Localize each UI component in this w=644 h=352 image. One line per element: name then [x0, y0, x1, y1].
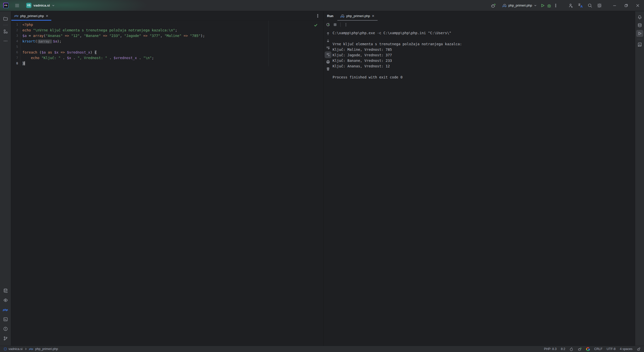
run-tool-window: Run php php_primeri.php ✕ [324, 11, 635, 346]
editor-tab-php-primeri[interactable]: php php_primeri.php ✕ [11, 11, 51, 20]
run-config-name: php_primeri.php [508, 4, 532, 7]
more-tool-windows-button[interactable] [2, 37, 10, 45]
run-toolbar [324, 21, 635, 29]
documentation-tool-button[interactable]: A [636, 41, 643, 48]
console-output[interactable]: C:\xampp\php\php.exe -c C:\xampp\php\php… [333, 29, 635, 346]
run-button[interactable] [539, 2, 546, 9]
breadcrumb-project[interactable]: vadnica.si [9, 347, 23, 351]
console-toolbar [324, 29, 333, 346]
services-tool-button[interactable] [2, 296, 10, 304]
code-line[interactable]: 5 [11, 44, 323, 50]
line-number[interactable]: 1 [11, 22, 20, 27]
more-actions-button[interactable] [552, 2, 559, 9]
tab-options-kebab-icon[interactable] [316, 14, 320, 18]
soft-wrap-button[interactable] [325, 45, 331, 51]
code-line[interactable]: 4krsort(&array:$a); [11, 38, 323, 44]
translate-icon[interactable]: A [577, 2, 584, 9]
project-selector[interactable]: VS vadnica.si [26, 3, 55, 8]
svg-text:A: A [581, 5, 583, 8]
stripe-divider [3, 25, 8, 25]
svg-text:A: A [639, 43, 640, 46]
project-tool-button[interactable] [2, 15, 10, 23]
console-line [333, 69, 635, 74]
code-line[interactable]: 2echo "\nVrne ključ elementa s trenutneg… [11, 27, 323, 33]
scroll-up-button[interactable] [325, 31, 331, 37]
google-icon[interactable] [586, 347, 590, 351]
code-editor[interactable]: 1<?php2echo "\nVrne ključ elementa s tre… [11, 21, 323, 66]
text-caret [24, 61, 25, 65]
run-tab-php-primeri[interactable]: php php_primeri.php ✕ [337, 11, 377, 21]
toolbar-divider [340, 22, 341, 27]
project-badge: VS [26, 3, 31, 8]
indent-widget[interactable]: 4 spaces [620, 347, 632, 351]
inspections-ok-check-icon[interactable] [314, 23, 318, 27]
console-line: C:\xampp\php\php.exe -c C:\xampp\php\php… [333, 30, 635, 36]
chevron-down-icon [52, 4, 55, 7]
version-control-tool-button[interactable] [2, 334, 10, 342]
run-config-selector[interactable]: php php_primeri.php [503, 4, 537, 7]
problems-tool-button[interactable] [2, 325, 10, 333]
database-tool-button[interactable] [2, 287, 10, 295]
line-number[interactable]: 8 [11, 61, 20, 66]
console-line: Vrne ključ elementa s trenutnega položaj… [333, 41, 635, 47]
console-line [333, 36, 635, 41]
window-restore-button[interactable] [623, 2, 629, 9]
php-tool-button[interactable]: php [2, 306, 10, 314]
debug-button[interactable] [546, 2, 552, 9]
code-line[interactable]: 1<?php [11, 22, 323, 27]
notifications-bell-button[interactable] [636, 14, 643, 21]
phpstorm-logo-text: PS [4, 3, 8, 8]
clear-console-trash-button[interactable] [325, 66, 331, 72]
window-close-button[interactable] [634, 2, 641, 9]
print-button[interactable] [325, 59, 331, 65]
editor-tab-bar: php php_primeri.php ✕ [11, 11, 323, 21]
stop-button[interactable] [332, 22, 338, 28]
search-icon[interactable] [587, 2, 593, 9]
run-tool-button[interactable] [636, 30, 643, 37]
line-number[interactable]: 4 [11, 38, 20, 44]
code-text: echo "Ključ: " . $x . ", Vrednost: " . $… [20, 55, 154, 61]
rerun-button[interactable] [325, 22, 331, 28]
tab-close-icon[interactable]: ✕ [46, 14, 48, 18]
code-line[interactable]: 6foreach ($a as $x => $vrednost_x) { [11, 50, 323, 55]
line-number[interactable]: 3 [11, 33, 20, 38]
code-line[interactable]: 3$a = array("Ananas" => "12", "Banane" =… [11, 33, 323, 38]
debug-listen-button[interactable] [490, 2, 497, 9]
window-minimize-button[interactable] [611, 2, 618, 9]
console-line: Ključ: Maline, Vrednost: 785 [333, 47, 635, 52]
code-line[interactable]: 8} [11, 61, 323, 66]
stripe-divider [637, 39, 642, 39]
code-with-me-button[interactable] [568, 2, 574, 9]
breadcrumb-file[interactable]: php_primeri.php [35, 347, 58, 351]
settings-gear-icon[interactable] [596, 2, 603, 9]
right-margin-guide [268, 21, 269, 66]
database-tool-button-right[interactable] [636, 22, 643, 29]
editor-tab-label: php_primeri.php [20, 14, 44, 18]
debug-listen-status-icon[interactable] [578, 347, 582, 351]
scroll-down-button[interactable] [325, 38, 331, 44]
code-text: echo "\nVrne ključ elementa s trenutnega… [20, 27, 177, 33]
unlocked-padlock-icon[interactable] [637, 347, 640, 351]
encoding-widget[interactable]: UTF-8 [607, 347, 616, 351]
run-more-options-kebab-icon[interactable] [343, 22, 349, 28]
chevron-down-icon [534, 4, 537, 7]
run-tab-close-icon[interactable]: ✕ [372, 14, 375, 18]
caret-position-widget[interactable]: 8:2 [561, 347, 565, 351]
drop-icon[interactable] [570, 347, 573, 351]
structure-tool-button[interactable] [2, 27, 10, 35]
php-file-icon: php [29, 348, 33, 350]
terminal-tool-button[interactable] [2, 315, 10, 323]
console-line: Ključ: Ananas, Vrednost: 12 [333, 63, 635, 69]
php-version-widget[interactable]: PHP: 8.3 [544, 347, 556, 351]
scroll-to-end-button[interactable] [325, 52, 331, 58]
line-number[interactable]: 5 [11, 44, 20, 50]
breadcrumb: vadnica.si php php_primeri.php [4, 347, 58, 351]
console-line: Ključ: Jagode, Vrednost: 377 [333, 52, 635, 58]
code-line[interactable]: 7 echo "Ključ: " . $x . ", Vrednost: " .… [11, 55, 323, 61]
line-number[interactable]: 6 [11, 50, 20, 55]
run-panel-title[interactable]: Run [324, 14, 337, 18]
line-number[interactable]: 2 [11, 27, 20, 33]
line-separator-widget[interactable]: CRLF [594, 347, 602, 351]
main-menu-icon[interactable] [15, 3, 20, 8]
line-number[interactable]: 7 [11, 55, 20, 61]
